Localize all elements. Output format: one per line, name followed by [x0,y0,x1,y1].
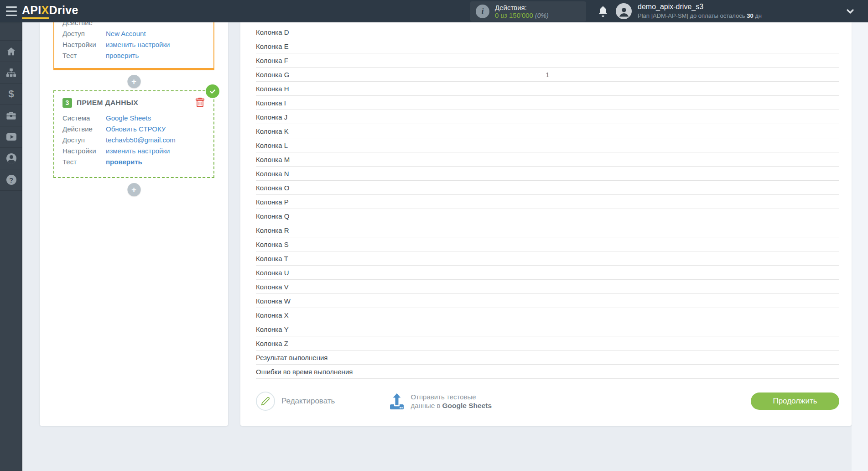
send-test-data-label: Отправить тестовые данные в Google Sheet… [411,392,492,410]
card-row-link[interactable]: New Account [106,30,146,37]
pencil-icon [256,392,275,411]
add-step-button-2[interactable]: + [127,183,140,196]
reception-card-title: ПРИЕМ ДАННЫХ [77,99,138,107]
card-row-link[interactable]: Обновить СТРОКУ [106,125,166,133]
table-row: Колонка W [256,294,839,308]
column-label: Колонка G [256,71,289,78]
notifications-bell-icon[interactable] [597,5,609,18]
logo-part-drive: Drive [49,4,78,16]
logo-part-api: API [22,4,42,16]
table-row: Колонка P [256,195,839,209]
table-row: Колонка K [256,124,839,138]
table-row: Колонка S [256,237,839,251]
days-left: 30 [747,12,753,19]
column-label: Результат выполнения [256,354,327,361]
table-row: Колонка I [256,96,839,110]
card-row-link[interactable]: проверить [106,158,142,166]
edit-button-label: Редактировать [281,397,335,406]
column-value: 1 [546,71,549,78]
column-label: Колонка S [256,241,289,248]
logo-part-x: X [42,4,49,16]
top-header: APIXDrive i Действия: 0 из 150'000 (0%) … [0,0,868,22]
column-label: Колонка I [256,99,286,107]
actions-counter-value: 0 из 150'000 (0%) [495,11,549,20]
card-row-link[interactable]: изменить настройки [106,147,170,155]
column-label: Колонка Q [256,212,289,220]
table-row: Колонка O [256,181,839,195]
card-row: Система Google Sheets [62,112,205,123]
sidebar-item-billing[interactable]: $ [0,84,22,105]
sidebar-item-home[interactable] [0,41,22,62]
column-label: Колонка H [256,85,289,93]
column-label: Колонка E [256,42,289,50]
column-label: Колонка J [256,113,287,121]
table-row: Колонка Y [256,322,839,336]
steps-panel: Действие Доступ New Account Настройки из… [40,22,228,426]
edit-button[interactable]: Редактировать [256,392,335,411]
card-row-link[interactable]: Google Sheets [106,114,151,122]
scroll-area-strip[interactable] [852,22,868,471]
menu-icon[interactable] [6,6,17,16]
user-name: demo_apix-drive_s3 [638,2,762,11]
table-row: Колонка D [256,25,839,39]
add-step-button[interactable]: + [127,75,140,88]
card-row: Доступ techavb50@gmail.com [62,134,205,145]
column-label: Колонка K [256,127,289,135]
card-row-link[interactable]: techavb50@gmail.com [106,136,176,144]
sidebar-item-profile[interactable] [0,148,22,169]
chevron-down-icon[interactable] [845,6,856,17]
column-label: Колонка N [256,170,289,178]
column-label: Колонка P [256,198,289,206]
table-row: Колонка V [256,280,839,294]
column-label: Колонка L [256,141,288,149]
table-row: Колонка G 1 [256,68,839,82]
card-row-link[interactable]: проверить [106,52,139,59]
table-row: Колонка N [256,167,839,181]
card-row: Тест проверить [62,156,205,167]
card-row-link[interactable]: изменить настройки [106,41,170,48]
step-complete-check-icon [206,84,219,98]
youtube-icon [6,133,16,141]
home-icon [6,46,16,57]
sidebar-item-youtube[interactable] [0,126,22,148]
send-target-system: Google Sheets [442,402,492,409]
table-row: Колонка U [256,266,839,280]
user-menu[interactable]: demo_apix-drive_s3 Plan |ADM-AP-SM| до о… [638,2,762,21]
column-label: Колонка Z [256,340,288,347]
sidebar-item-connections[interactable] [0,62,22,84]
card-row-label: Настройки [62,41,106,48]
column-label: Колонка T [256,255,288,262]
actions-counter-label: Действия: [495,4,549,11]
apixdrive-logo[interactable]: APIXDrive [22,4,78,17]
columns-table: Колонка D Колонка E Колонка F Колонка G … [256,25,839,379]
sidebar-item-help[interactable]: ? [0,169,22,191]
card-row-label: Тест [62,52,106,59]
table-row: Колонка R [256,223,839,237]
column-label: Колонка W [256,297,291,305]
left-sidebar: $ ? [0,22,22,471]
card-row: Настройки изменить настройки [62,39,205,50]
card-row-label: Тест [62,158,106,166]
continue-button[interactable]: Продолжить [751,392,839,410]
sitemap-icon [6,68,16,78]
delete-step-trash-icon[interactable] [195,97,205,108]
column-label: Колонка F [256,57,288,64]
info-icon: i [476,5,489,18]
send-test-data-button[interactable]: Отправить тестовые данные в Google Sheet… [389,392,492,410]
user-avatar[interactable] [616,3,632,19]
sidebar-spacer [0,22,22,41]
briefcase-icon [6,110,16,121]
upload-icon [389,392,405,410]
column-label: Колонка U [256,269,289,277]
user-plan: Plan |ADM-AP-SM| до оплаты осталось 30 д… [638,11,762,21]
actions-counter: i Действия: 0 из 150'000 (0%) [470,1,586,21]
sidebar-item-services[interactable] [0,105,22,126]
table-row: Колонка X [256,308,839,322]
card-row: Тест проверить [62,50,205,61]
table-row: Колонка H [256,82,839,96]
table-row: Колонка T [256,251,839,266]
column-label: Колонка Y [256,325,289,333]
card-row-label: Доступ [62,30,106,37]
table-row: Колонка M [256,152,839,167]
table-row: Ошибки во время выполнения [256,365,839,379]
